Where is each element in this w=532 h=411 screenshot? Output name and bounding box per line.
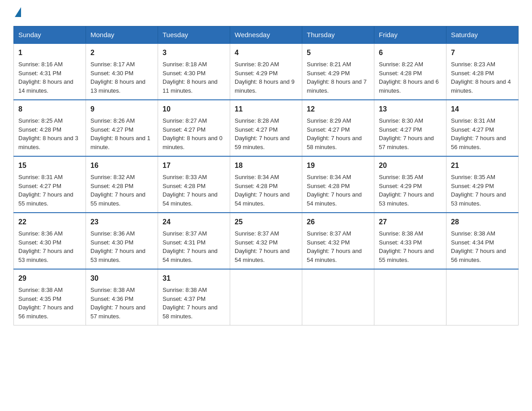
calendar-day-cell: 27 Sunrise: 8:38 AMSunset: 4:33 PMDaylig…: [374, 213, 446, 269]
calendar-header-cell: Friday: [374, 26, 446, 44]
calendar-day-cell: 14 Sunrise: 8:31 AMSunset: 4:27 PMDaylig…: [446, 100, 519, 156]
calendar-header-cell: Wednesday: [230, 26, 302, 44]
day-number: 24: [163, 217, 225, 227]
day-number: 14: [451, 104, 514, 115]
day-info: Sunrise: 8:37 AMSunset: 4:31 PMDaylight:…: [163, 230, 218, 263]
day-number: 11: [235, 104, 297, 115]
day-number: 30: [90, 273, 153, 284]
calendar-header-cell: Thursday: [302, 26, 374, 44]
day-info: Sunrise: 8:16 AMSunset: 4:31 PMDaylight:…: [18, 61, 73, 94]
calendar-day-cell: 20 Sunrise: 8:35 AMSunset: 4:29 PMDaylig…: [374, 156, 446, 213]
calendar-header-cell: Sunday: [14, 26, 86, 44]
calendar-day-cell: 31 Sunrise: 8:38 AMSunset: 4:37 PMDaylig…: [158, 269, 230, 325]
calendar-day-cell: 2 Sunrise: 8:17 AMSunset: 4:30 PMDayligh…: [86, 43, 158, 100]
day-number: 29: [18, 273, 81, 284]
day-info: Sunrise: 8:38 AMSunset: 4:35 PMDaylight:…: [18, 287, 73, 320]
day-number: 6: [379, 47, 442, 58]
day-number: 15: [18, 160, 81, 171]
calendar-day-cell: 4 Sunrise: 8:20 AMSunset: 4:29 PMDayligh…: [230, 43, 302, 100]
calendar-day-cell: [374, 269, 446, 325]
calendar-week-row: 29 Sunrise: 8:38 AMSunset: 4:35 PMDaylig…: [14, 269, 519, 325]
day-number: 17: [163, 160, 225, 171]
calendar-header-cell: Monday: [86, 26, 158, 44]
calendar-day-cell: 5 Sunrise: 8:21 AMSunset: 4:29 PMDayligh…: [302, 43, 374, 100]
day-info: Sunrise: 8:34 AMSunset: 4:28 PMDaylight:…: [307, 174, 362, 207]
day-number: 12: [307, 104, 369, 115]
calendar-day-cell: 19 Sunrise: 8:34 AMSunset: 4:28 PMDaylig…: [302, 156, 374, 213]
day-info: Sunrise: 8:35 AMSunset: 4:29 PMDaylight:…: [379, 174, 434, 207]
calendar-day-cell: 1 Sunrise: 8:16 AMSunset: 4:31 PMDayligh…: [14, 43, 86, 100]
day-info: Sunrise: 8:37 AMSunset: 4:32 PMDaylight:…: [235, 230, 290, 263]
calendar-day-cell: 21 Sunrise: 8:35 AMSunset: 4:29 PMDaylig…: [446, 156, 519, 213]
day-info: Sunrise: 8:32 AMSunset: 4:28 PMDaylight:…: [90, 174, 146, 207]
day-info: Sunrise: 8:37 AMSunset: 4:32 PMDaylight:…: [307, 230, 362, 263]
calendar-day-cell: [302, 269, 374, 325]
calendar-day-cell: 26 Sunrise: 8:37 AMSunset: 4:32 PMDaylig…: [302, 213, 374, 269]
calendar-day-cell: 12 Sunrise: 8:29 AMSunset: 4:27 PMDaylig…: [302, 100, 374, 156]
calendar-day-cell: [230, 269, 302, 325]
calendar-day-cell: 29 Sunrise: 8:38 AMSunset: 4:35 PMDaylig…: [14, 269, 86, 325]
calendar-day-cell: 18 Sunrise: 8:34 AMSunset: 4:28 PMDaylig…: [230, 156, 302, 213]
day-number: 20: [379, 160, 442, 171]
day-number: 27: [379, 217, 442, 227]
day-number: 2: [90, 47, 153, 58]
day-number: 10: [163, 104, 225, 115]
day-number: 4: [235, 47, 297, 58]
day-info: Sunrise: 8:35 AMSunset: 4:29 PMDaylight:…: [451, 174, 506, 207]
day-number: 7: [451, 47, 514, 58]
calendar-week-row: 1 Sunrise: 8:16 AMSunset: 4:31 PMDayligh…: [14, 43, 519, 100]
logo: [13, 9, 21, 17]
calendar-day-cell: 7 Sunrise: 8:23 AMSunset: 4:28 PMDayligh…: [446, 43, 519, 100]
day-number: 16: [90, 160, 153, 171]
calendar-day-cell: 8 Sunrise: 8:25 AMSunset: 4:28 PMDayligh…: [14, 100, 86, 156]
day-number: 21: [451, 160, 514, 171]
calendar-day-cell: 16 Sunrise: 8:32 AMSunset: 4:28 PMDaylig…: [86, 156, 158, 213]
logo-triangle-icon: [15, 7, 21, 17]
calendar-day-cell: 25 Sunrise: 8:37 AMSunset: 4:32 PMDaylig…: [230, 213, 302, 269]
day-info: Sunrise: 8:21 AMSunset: 4:29 PMDaylight:…: [307, 61, 367, 94]
calendar-header-row: SundayMondayTuesdayWednesdayThursdayFrid…: [14, 26, 519, 44]
day-info: Sunrise: 8:27 AMSunset: 4:27 PMDaylight:…: [163, 117, 223, 150]
calendar-day-cell: 30 Sunrise: 8:38 AMSunset: 4:36 PMDaylig…: [86, 269, 158, 325]
calendar-day-cell: 10 Sunrise: 8:27 AMSunset: 4:27 PMDaylig…: [158, 100, 230, 156]
day-info: Sunrise: 8:30 AMSunset: 4:27 PMDaylight:…: [379, 117, 434, 150]
day-info: Sunrise: 8:38 AMSunset: 4:34 PMDaylight:…: [451, 230, 506, 263]
day-info: Sunrise: 8:31 AMSunset: 4:27 PMDaylight:…: [451, 117, 506, 150]
day-info: Sunrise: 8:33 AMSunset: 4:28 PMDaylight:…: [163, 174, 218, 207]
day-info: Sunrise: 8:28 AMSunset: 4:27 PMDaylight:…: [235, 117, 290, 150]
calendar-day-cell: 28 Sunrise: 8:38 AMSunset: 4:34 PMDaylig…: [446, 213, 519, 269]
day-number: 1: [18, 47, 81, 58]
calendar-day-cell: 9 Sunrise: 8:26 AMSunset: 4:27 PMDayligh…: [86, 100, 158, 156]
day-number: 18: [235, 160, 297, 171]
day-number: 3: [163, 47, 225, 58]
calendar-day-cell: 3 Sunrise: 8:18 AMSunset: 4:30 PMDayligh…: [158, 43, 230, 100]
day-number: 31: [163, 273, 225, 284]
day-info: Sunrise: 8:29 AMSunset: 4:27 PMDaylight:…: [307, 117, 362, 150]
day-number: 13: [379, 104, 442, 115]
day-info: Sunrise: 8:38 AMSunset: 4:37 PMDaylight:…: [163, 287, 218, 320]
calendar-header-cell: Saturday: [446, 26, 519, 44]
day-info: Sunrise: 8:22 AMSunset: 4:28 PMDaylight:…: [379, 61, 439, 94]
calendar-day-cell: 15 Sunrise: 8:31 AMSunset: 4:27 PMDaylig…: [14, 156, 86, 213]
day-number: 26: [307, 217, 369, 227]
day-number: 8: [18, 104, 81, 115]
calendar-day-cell: 22 Sunrise: 8:36 AMSunset: 4:30 PMDaylig…: [14, 213, 86, 269]
calendar-body: 1 Sunrise: 8:16 AMSunset: 4:31 PMDayligh…: [14, 43, 519, 325]
day-info: Sunrise: 8:36 AMSunset: 4:30 PMDaylight:…: [90, 230, 146, 263]
day-number: 23: [90, 217, 153, 227]
day-info: Sunrise: 8:38 AMSunset: 4:33 PMDaylight:…: [379, 230, 434, 263]
calendar-day-cell: 17 Sunrise: 8:33 AMSunset: 4:28 PMDaylig…: [158, 156, 230, 213]
day-info: Sunrise: 8:20 AMSunset: 4:29 PMDaylight:…: [235, 61, 295, 94]
calendar-table: SundayMondayTuesdayWednesdayThursdayFrid…: [13, 26, 519, 325]
page-header: [13, 9, 519, 17]
calendar-day-cell: 13 Sunrise: 8:30 AMSunset: 4:27 PMDaylig…: [374, 100, 446, 156]
day-info: Sunrise: 8:26 AMSunset: 4:27 PMDaylight:…: [90, 117, 150, 150]
day-info: Sunrise: 8:23 AMSunset: 4:28 PMDaylight:…: [451, 61, 511, 94]
calendar-day-cell: 24 Sunrise: 8:37 AMSunset: 4:31 PMDaylig…: [158, 213, 230, 269]
calendar-day-cell: 11 Sunrise: 8:28 AMSunset: 4:27 PMDaylig…: [230, 100, 302, 156]
calendar-day-cell: 23 Sunrise: 8:36 AMSunset: 4:30 PMDaylig…: [86, 213, 158, 269]
day-info: Sunrise: 8:31 AMSunset: 4:27 PMDaylight:…: [18, 174, 73, 207]
calendar-week-row: 8 Sunrise: 8:25 AMSunset: 4:28 PMDayligh…: [14, 100, 519, 156]
day-number: 19: [307, 160, 369, 171]
day-info: Sunrise: 8:17 AMSunset: 4:30 PMDaylight:…: [90, 61, 146, 94]
